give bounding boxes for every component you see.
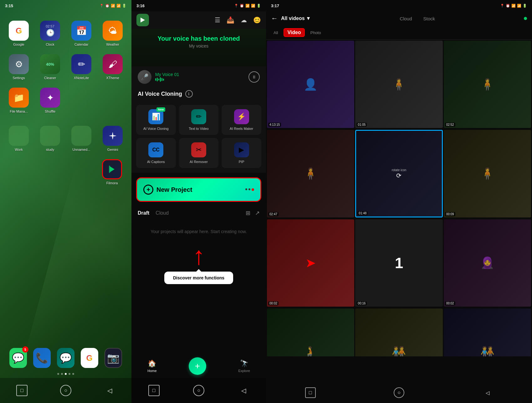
video-thumb-12[interactable]: 🧑‍🤝‍🧑 00:00 — [444, 309, 531, 356]
video-duration-6: 00:09 — [445, 212, 455, 216]
nav-circle-2[interactable]: ○ — [193, 385, 204, 396]
person-icon-6: 🧍 — [480, 167, 494, 180]
video-thumb-11[interactable]: 🧑‍🤝‍🧑 00:23 — [355, 309, 442, 356]
filter-photo[interactable]: Photo — [308, 29, 324, 36]
empty-projects-text: Your projects will appear here. Start cr… — [131, 220, 266, 243]
fileman-label: File Mana... — [10, 110, 28, 113]
nav-square-3[interactable]: □ — [305, 387, 316, 398]
video-thumb-4[interactable]: 🧍 02:47 — [267, 130, 354, 217]
app-work-folder[interactable]: Work — [6, 126, 31, 151]
video-thumb-10[interactable]: 🧎 00:03 — [267, 309, 354, 356]
draft-tab[interactable]: Draft — [138, 210, 149, 216]
app-cleaner[interactable]: 40% Cleaner — [38, 54, 63, 80]
share-icon[interactable]: ↗ — [255, 210, 260, 217]
home-icon: 🏠 — [148, 360, 156, 368]
explore-icon: 🔭 — [240, 360, 248, 368]
number-display: 1 — [395, 254, 403, 272]
feature-ai-captions[interactable]: CC AI Captions — [136, 138, 176, 168]
study-folder-icon — [40, 126, 60, 146]
nav-square-1[interactable]: □ — [16, 385, 28, 396]
video-grid: 👤 4:13:15 🧍 01:05 🧍 02:52 — [266, 40, 532, 129]
app-grid-row4: Work study Unnamed... — [0, 120, 131, 158]
app-settings[interactable]: ⚙ Settings — [6, 54, 31, 80]
settings-label: Settings — [13, 76, 25, 80]
app-gemini[interactable]: Gemini — [100, 126, 125, 151]
filmora-app-icon — [136, 14, 149, 26]
nav-home[interactable]: 🏠 Home — [147, 360, 156, 373]
app-xnote[interactable]: ✏ XNoteLite — [69, 54, 94, 80]
person-icon-1: 👤 — [304, 78, 318, 91]
alarm-icon-3: ⏰ — [506, 4, 510, 8]
video-thumb-3[interactable]: 🧍 02:52 — [444, 41, 531, 128]
video-thumb-6[interactable]: 🧍 00:09 — [444, 130, 531, 217]
plus-icon: + — [143, 185, 153, 195]
feature-ai-remover[interactable]: ✂ AI Remover — [179, 138, 219, 168]
dock-messages[interactable]: 💬 — [57, 348, 74, 368]
nav-circle-1[interactable]: ○ — [60, 385, 71, 396]
app-weather[interactable]: 🌤 Weather — [100, 21, 125, 46]
feature-text-video[interactable]: ✏ Text to Video — [179, 105, 219, 135]
filter-video-highlighted[interactable]: Video — [284, 28, 304, 37]
nav-square-2[interactable]: □ — [148, 385, 160, 396]
app-xtheme[interactable]: 🖌 XTheme — [100, 54, 125, 80]
feature-ai-voice[interactable]: 📊 New AI Voice Cloning — [136, 105, 176, 135]
menu-icon[interactable]: ☰ — [215, 16, 220, 24]
app-fileman[interactable]: 📁 File Mana... — [6, 88, 31, 113]
nav-back-2[interactable]: ◁ — [238, 385, 249, 396]
wave-6 — [163, 79, 164, 81]
app-calendar[interactable]: 📅 Calendar — [69, 21, 94, 46]
nav-circle-3[interactable]: ○ — [394, 387, 404, 398]
gemini-icon — [103, 126, 123, 146]
voice-play-btn[interactable]: ⏸ — [248, 71, 260, 83]
face-icon[interactable]: 😊 — [253, 16, 261, 24]
discover-tooltip: Discover more functions — [164, 272, 233, 284]
app-clock[interactable]: 02:57 🕒 Clock — [38, 21, 63, 46]
video-thumb-2[interactable]: 🧍 01:05 — [355, 41, 442, 128]
dock-camera[interactable]: 📷 — [105, 348, 122, 368]
video-thumb-1[interactable]: 👤 4:13:15 — [267, 41, 354, 128]
dock-phone[interactable]: 📞 — [33, 348, 51, 368]
all-videos-dropdown[interactable]: All videos ▼ — [281, 16, 311, 21]
cloud-icon-top[interactable]: ☁ — [241, 16, 247, 24]
video-thumb-7[interactable]: ➤ 00:02 — [267, 219, 354, 307]
video-grid-container: 👤 4:13:15 🧍 01:05 🧍 02:52 — [266, 40, 532, 356]
feature-ai-reels[interactable]: ⚡ AI Reels Maker — [222, 105, 261, 135]
back-button[interactable]: ← — [271, 14, 278, 23]
app-study-folder[interactable]: study — [38, 126, 63, 151]
video-grid-row2: 🧍 02:47 rotate icon ⟳ 01:48 Tap Here to … — [266, 129, 532, 218]
info-icon[interactable]: ℹ — [185, 90, 193, 98]
filter-all[interactable]: All — [271, 29, 280, 36]
wifi-icon-2: 📶 — [245, 4, 250, 8]
new-project-button[interactable]: + New Project — [136, 177, 261, 202]
dock-chrome[interactable]: G — [81, 348, 98, 368]
nav-back-3[interactable]: ◁ — [482, 387, 493, 398]
feature-pip[interactable]: ▶ PIP — [222, 138, 261, 168]
dock-whatsapp[interactable]: 💬 5 — [9, 348, 27, 368]
screen3-bottom: □ ○ ◁ — [266, 382, 532, 403]
video-duration-5: 01:48 — [357, 211, 368, 215]
gemini-label: Gemini — [107, 148, 118, 151]
tab-stock[interactable]: Stock — [421, 15, 438, 23]
app-filmora[interactable]: Filmora — [102, 159, 122, 185]
grid-icon[interactable]: ⊞ — [246, 210, 250, 217]
app-google[interactable]: G Google — [6, 21, 31, 46]
nav-back-1[interactable]: ◁ — [104, 385, 115, 396]
video-thumb-9[interactable]: 🧕 00:02 — [444, 219, 531, 307]
app-shuffle[interactable]: ✦ Shuffle — [38, 88, 63, 113]
tab-cloud[interactable]: Cloud — [397, 15, 414, 23]
video-thumb-5[interactable]: rotate icon ⟳ 01:48 Tap Here to Edit in … — [355, 130, 442, 217]
status-icons-1: 📍 ⏰ 📶 📶 🔋 — [100, 4, 126, 8]
video-thumb-8[interactable]: 1 00:16 — [355, 219, 442, 307]
fab-create-button[interactable]: + — [189, 357, 206, 375]
draft-icons: ⊞ ↗ — [246, 210, 260, 217]
inbox-icon[interactable]: 📥 — [227, 16, 234, 24]
nav-explore[interactable]: 🔭 Explore — [238, 360, 250, 373]
wave-2 — [157, 78, 158, 81]
ai-reels-icon: ⚡ — [234, 109, 249, 124]
weather-label: Weather — [106, 43, 119, 46]
app-unnamed-folder[interactable]: Unnamed... — [69, 126, 94, 151]
cloud-tab-draft[interactable]: Cloud — [156, 210, 169, 216]
app-grid-row2: ⚙ Settings 40% Cleaner ✏ XNoteLite 🖌 XTh… — [0, 53, 131, 86]
video-duration-7: 00:02 — [268, 301, 279, 305]
voice-avatar: 🎤 — [138, 70, 151, 84]
